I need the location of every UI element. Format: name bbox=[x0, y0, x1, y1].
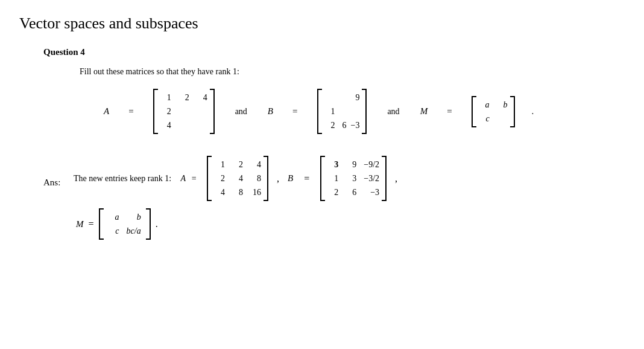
ans-B-2-2: −3 bbox=[364, 186, 379, 199]
matrix-M-q: a b c bbox=[472, 96, 515, 127]
ans-A-1-0: 2 bbox=[214, 172, 225, 185]
ans-M-1-1: bc/a bbox=[127, 225, 141, 237]
ans-main-row: The new entries keep rank 1: A = 1 2 4 2… bbox=[74, 156, 397, 201]
B-cell-0-0 bbox=[324, 91, 335, 104]
ans-A-2-2: 16 bbox=[250, 186, 261, 199]
ans-B-equals: = bbox=[301, 173, 312, 184]
ans-B-1-0: 1 bbox=[327, 172, 338, 185]
ans-B-0-0: 3 bbox=[327, 158, 338, 171]
ans-A-equals: = bbox=[189, 174, 198, 184]
B-label: B bbox=[268, 106, 273, 117]
ans-M-label: M bbox=[76, 219, 84, 229]
ans-A-2-0: 4 bbox=[214, 186, 225, 199]
ans-A-label: A bbox=[181, 174, 186, 184]
ans-matrix-M: a b c bc/a bbox=[99, 208, 151, 240]
B-cell-2-1: 6 −3 bbox=[343, 119, 360, 132]
ans-M-0-0: a bbox=[109, 211, 119, 223]
matrix-A: 1 2 4 2 4 bbox=[153, 89, 215, 134]
ans-A-0-1: 2 bbox=[232, 158, 243, 171]
ans-A-1-2: 8 bbox=[250, 172, 261, 185]
ans-comma1: , bbox=[277, 173, 279, 184]
A-cell-0-2: 4 bbox=[197, 91, 207, 104]
question-row: A = 1 2 4 2 4 and B = 9 1 2 6 −3 and M = bbox=[104, 89, 625, 134]
prompt-text: Fill out these matrices so that they hav… bbox=[80, 67, 625, 77]
ans-prefix-text: The new entries keep rank 1: A = bbox=[74, 174, 198, 184]
ans-matrix-B: 3 9 −9/2 1 3 −3/2 2 6 −3 bbox=[320, 156, 387, 201]
A-cell-1-0: 2 bbox=[160, 105, 171, 118]
matrix-B: 9 1 2 6 −3 bbox=[317, 89, 367, 134]
M-cell-0-1: b bbox=[497, 98, 508, 111]
ans-comma2: , bbox=[395, 173, 397, 184]
A-cell-2-0: 4 bbox=[160, 119, 171, 132]
A-cell-2-2 bbox=[197, 119, 207, 132]
A-label: A bbox=[104, 106, 109, 117]
question-label: Question 4 bbox=[43, 47, 625, 57]
ans-A-0-2: 4 bbox=[250, 158, 261, 171]
B-cell-1-0: 1 bbox=[324, 105, 335, 118]
ans-M-1-0: c bbox=[109, 225, 119, 237]
ans-B-0-2: −9/2 bbox=[364, 158, 379, 171]
ans-matrix-A: 1 2 4 2 4 8 4 8 16 bbox=[207, 156, 268, 201]
ans-block: Ans: The new entries keep rank 1: A = 1 … bbox=[43, 156, 625, 240]
A-cell-2-1 bbox=[178, 119, 189, 132]
A-cell-0-1: 2 bbox=[178, 91, 189, 104]
B-cell-1-1 bbox=[343, 105, 360, 118]
ans-B-1-2: −3/2 bbox=[364, 172, 379, 185]
ans-A-0-0: 1 bbox=[214, 158, 225, 171]
ans-B-2-0: 2 bbox=[327, 186, 338, 199]
B-equals: = bbox=[292, 106, 297, 117]
ans-M-0-1: b bbox=[127, 211, 141, 223]
A-cell-1-2 bbox=[197, 105, 207, 118]
M-cell-1-0: c bbox=[479, 112, 490, 125]
M-label-q: M bbox=[420, 106, 428, 117]
q-period: . bbox=[532, 106, 534, 117]
ans-B-label: B bbox=[288, 173, 293, 184]
ans-B-1-1: 3 bbox=[346, 172, 356, 185]
and1: and bbox=[235, 107, 247, 117]
and2: and bbox=[387, 107, 399, 117]
B-cell-0-1: 9 bbox=[343, 91, 360, 104]
ans-M-row: M = a b c bc/a . bbox=[76, 208, 397, 240]
A-equals: = bbox=[128, 106, 133, 117]
A-cell-1-1 bbox=[178, 105, 189, 118]
ans-M-equals: = bbox=[89, 219, 94, 229]
M-cell-1-1 bbox=[497, 112, 508, 125]
ans-B-2-1: 6 bbox=[346, 186, 356, 199]
page-title: Vector spaces and subspaces bbox=[19, 14, 625, 33]
ans-period: . bbox=[156, 219, 158, 229]
ans-A-2-1: 8 bbox=[232, 186, 243, 199]
ans-label: Ans: bbox=[43, 156, 74, 188]
M-cell-0-0: a bbox=[479, 98, 490, 111]
ans-A-1-1: 4 bbox=[232, 172, 243, 185]
B-cell-2-0: 2 bbox=[324, 119, 335, 132]
M-equals: = bbox=[447, 106, 452, 117]
A-cell-0-0: 1 bbox=[160, 91, 171, 104]
ans-B-0-1: 9 bbox=[346, 158, 356, 171]
